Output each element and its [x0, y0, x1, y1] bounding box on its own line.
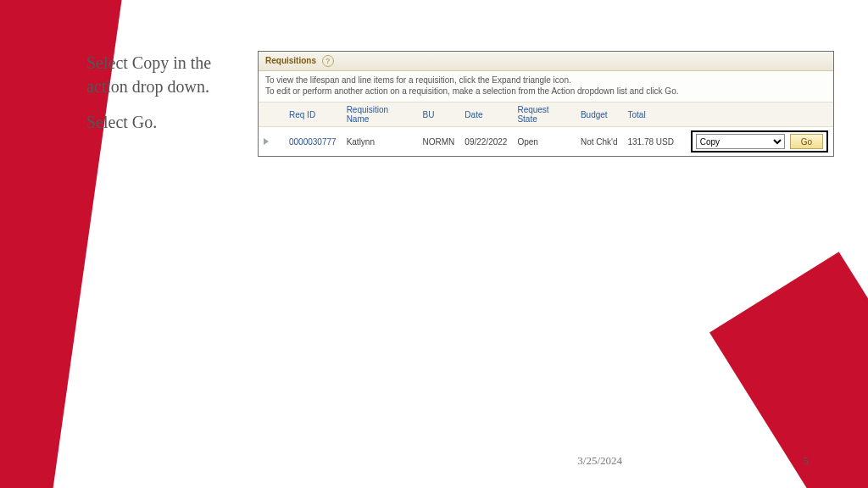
- instruction-text: Select Go.: [86, 110, 157, 134]
- help-icon[interactable]: ?: [322, 55, 334, 67]
- panel-help-line: To edit or perform another action on a r…: [265, 86, 826, 97]
- footer-page-number: 5: [775, 454, 809, 468]
- expand-triangle-icon[interactable]: [264, 138, 269, 145]
- go-button[interactable]: Go: [790, 134, 823, 149]
- table-header-row: Req ID Requisition Name BU Date Request …: [259, 103, 833, 127]
- col-date[interactable]: Date: [459, 103, 512, 127]
- cell-budget: Not Chk'd: [576, 127, 623, 157]
- red-bottom-right-accent: [709, 252, 868, 488]
- instruction-item: Select Copy in the action drop down.: [64, 51, 234, 98]
- col-req-id[interactable]: Req ID: [284, 103, 342, 127]
- req-id-link[interactable]: 0000030777: [289, 137, 337, 147]
- requisitions-panel: Requisitions ? To view the lifespan and …: [258, 51, 834, 157]
- slide-footer: 3/25/2024 5: [0, 454, 868, 468]
- requisitions-table: Req ID Requisition Name BU Date Request …: [259, 102, 833, 156]
- panel-title-bar: Requisitions ?: [259, 52, 833, 71]
- instruction-item: Select Go.: [64, 110, 234, 134]
- cell-bu: NORMN: [418, 127, 460, 157]
- cell-total: 131.78 USD: [623, 127, 680, 157]
- triangle-bullet-icon: [64, 115, 76, 129]
- action-highlight-box: Copy Go: [691, 130, 828, 152]
- table-row: 0000030777 Katlynn NORMN 09/22/2022 Open…: [259, 127, 833, 157]
- col-bu[interactable]: BU: [418, 103, 460, 127]
- col-req-state[interactable]: Request State: [512, 103, 576, 127]
- col-req-name[interactable]: Requisition Name: [342, 103, 418, 127]
- slide-content: Select Copy in the action drop down. Sel…: [64, 51, 834, 157]
- cell-date: 09/22/2022: [459, 127, 512, 157]
- cell-req-name: Katlynn: [342, 127, 418, 157]
- triangle-bullet-icon: [64, 56, 76, 69]
- action-dropdown[interactable]: Copy: [696, 134, 785, 149]
- footer-date: 3/25/2024: [577, 454, 622, 468]
- cell-req-state: Open: [512, 127, 576, 157]
- panel-help-line: To view the lifespan and line items for …: [265, 75, 826, 86]
- col-budget[interactable]: Budget: [576, 103, 623, 127]
- col-total[interactable]: Total: [623, 103, 680, 127]
- panel-title-text: Requisitions: [265, 56, 316, 65]
- panel-help-text: To view the lifespan and line items for …: [259, 71, 833, 102]
- instruction-list: Select Copy in the action drop down. Sel…: [64, 51, 234, 146]
- instruction-text: Select Copy in the action drop down.: [86, 51, 234, 98]
